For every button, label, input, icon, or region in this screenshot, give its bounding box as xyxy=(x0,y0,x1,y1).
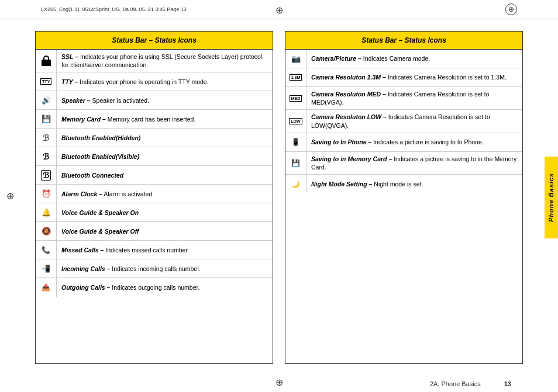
text-cell-night: Night Mode Setting – Night mode is set. xyxy=(306,175,522,193)
icon-cell-missed: 📞 xyxy=(36,241,57,259)
text-cell-savein: Saving to In Phone – Indicates a picture… xyxy=(306,133,522,151)
table-row: 📲 Incoming Calls – Indicates incoming ca… xyxy=(36,259,273,278)
icon-cell-alarm: ⏰ xyxy=(36,185,57,203)
memcard-icon: 💾 xyxy=(42,115,51,123)
right-table-title: Status Bar – Status Icons xyxy=(285,32,522,50)
table-row: 📷 Camera/Picture – Indicates Camera mode… xyxy=(285,50,522,68)
header-text: LX265_Eng(1.1)_0514:Sprint_UG_8a 09. 05.… xyxy=(41,6,187,12)
bluetooth-visible-icon: ℬ xyxy=(43,152,49,161)
speaker-icon: 🔊 xyxy=(42,96,51,105)
table-row: LOW Camera Resoluton LOW – Indicates Cam… xyxy=(285,110,522,133)
text-cell-bt-hidden: Bluetooth Enabled(Hidden) xyxy=(57,129,273,147)
table-row: 🔊 Speaker – Speaker is activated. xyxy=(36,91,273,110)
icon-cell-cam13: 1.3M xyxy=(285,68,306,86)
icon-cell-camera: 📷 xyxy=(285,50,306,68)
icon-cell-speaker: 🔊 xyxy=(36,91,57,109)
icon-cell-vg-on: 🔔 xyxy=(36,203,57,221)
table-row: 📞 Missed Calls – Indicates missed calls … xyxy=(36,241,273,259)
lock-icon xyxy=(42,55,51,66)
camera-1-3m-icon: 1.3M xyxy=(290,74,302,81)
text-cell-incoming: Incoming Calls – Indicates incoming call… xyxy=(57,259,273,277)
bluetooth-hidden-icon: ℬ xyxy=(43,133,49,143)
text-cell-cam13: Camera Resoluton 1.3M – Indicates Camera… xyxy=(306,68,522,86)
left-table: Status Bar – Status Icons SSL – Indicate… xyxy=(35,31,273,364)
camera-icon: 📷 xyxy=(291,54,301,63)
icon-cell-outgoing: 📤 xyxy=(36,278,57,297)
table-row: ℬ Bluetooth Enabled(Hidden) xyxy=(36,129,273,147)
table-row: 💾 Memory Card – Memory card has been ins… xyxy=(36,110,273,129)
text-cell-ssl: SSL – Indicates your phone is using SSL … xyxy=(57,50,273,72)
icon-cell-bt-hidden: ℬ xyxy=(36,129,57,147)
icon-cell-bt-visible: ℬ xyxy=(36,147,57,165)
text-cell-savemem: Saving to in Memory Card – Indicates a p… xyxy=(306,152,522,174)
table-row: 🔕 Voice Guide & Speaker Off xyxy=(36,222,273,241)
lock-body xyxy=(42,60,51,66)
table-row: SSL – Indicates your phone is using SSL … xyxy=(36,50,273,72)
icon-cell-incoming: 📲 xyxy=(36,259,57,277)
text-cell-outgoing: Outgoing Calls – Indicates outgoing call… xyxy=(57,278,273,297)
side-tab-label: Phone Basics xyxy=(547,173,554,222)
main-content: Status Bar – Status Icons SSL – Indicate… xyxy=(0,19,558,376)
icon-cell-night: 🌙 xyxy=(285,175,306,193)
alarm-icon: ⏰ xyxy=(42,189,51,198)
text-cell-alarm: Alarm Clock – Alarm is activated. xyxy=(57,185,273,203)
text-cell-vg-on: Voice Guide & Speaker On xyxy=(57,203,273,221)
table-row: MED Camera Resoluton MED – Indicates Cam… xyxy=(285,87,522,110)
text-cell-missed: Missed Calls – Indicates missed calls nu… xyxy=(57,241,273,259)
table-row: 📱 Saving to In Phone – Indicates a pictu… xyxy=(285,133,522,152)
tty-icon: TTY xyxy=(40,78,51,85)
bluetooth-connected-icon: ℬ xyxy=(41,170,51,181)
table-row: 📤 Outgoing Calls – Indicates outgoing ca… xyxy=(36,278,273,297)
icon-cell-memcard: 💾 xyxy=(36,110,57,128)
night-mode-icon: 🌙 xyxy=(291,180,300,188)
crosshair-bottom-center: ⊕ xyxy=(274,377,284,387)
text-cell-camera: Camera/Picture – Indicates Camera mode. xyxy=(306,50,522,68)
voice-guide-on-icon: 🔔 xyxy=(42,208,51,217)
voice-guide-off-icon: 🔕 xyxy=(42,227,51,235)
table-row: 1.3M Camera Resoluton 1.3M – Indicates C… xyxy=(285,68,522,87)
text-cell-camMED: Camera Resoluton MED – Indicates Camera … xyxy=(306,87,522,109)
save-to-phone-icon: 📱 xyxy=(291,138,300,146)
text-cell-camLOW: Camera Resoluton LOW – Indicates Camera … xyxy=(306,110,522,132)
camera-low-icon: LOW xyxy=(289,118,302,124)
icon-cell-bt-connected: ℬ xyxy=(36,166,57,184)
icon-cell-lock xyxy=(36,50,57,72)
table-row: TTY TTY – Indicates your phone is operat… xyxy=(36,72,273,91)
lock-shackle xyxy=(43,55,49,60)
text-cell-memcard: Memory Card – Memory card has been inser… xyxy=(57,110,273,128)
icon-cell-camLOW: LOW xyxy=(285,110,306,132)
table-row: ⏰ Alarm Clock – Alarm is activated. xyxy=(36,185,273,203)
icon-cell-camMED: MED xyxy=(285,87,306,109)
crosshair-top-center: ⊕ xyxy=(274,5,284,15)
icon-cell-savein: 📱 xyxy=(285,133,306,151)
table-row: ℬ Bluetooth Enabled(Visible) xyxy=(36,147,273,166)
camera-med-icon: MED xyxy=(290,95,302,102)
incoming-calls-icon: 📲 xyxy=(42,265,50,273)
footer-page: 13 xyxy=(504,380,511,387)
header-crosshair: ⊕ xyxy=(505,4,517,15)
table-row: 🔔 Voice Guide & Speaker On xyxy=(36,203,273,222)
save-to-memory-icon: 💾 xyxy=(291,159,300,167)
missed-calls-icon: 📞 xyxy=(42,246,50,254)
left-table-title: Status Bar – Status Icons xyxy=(36,32,273,50)
icon-cell-savemem: 💾 xyxy=(285,152,306,174)
text-cell-tty: TTY – Indicates your phone is operating … xyxy=(57,72,273,91)
page-container: ⊕ ⊕ ⊕ ⊕ LX265_Eng(1.1)_0514:Sprint_UG_8a… xyxy=(0,0,558,392)
icon-cell-vg-off: 🔕 xyxy=(36,222,57,240)
table-row: 🌙 Night Mode Setting – Night mode is set… xyxy=(285,175,522,193)
footer-section: 2A. Phone Basics xyxy=(430,380,481,387)
text-cell-vg-off: Voice Guide & Speaker Off xyxy=(57,222,273,240)
side-tab: Phone Basics xyxy=(545,157,558,238)
table-row: 💾 Saving to in Memory Card – Indicates a… xyxy=(285,152,522,175)
text-cell-bt-connected: Bluetooth Connected xyxy=(57,166,273,184)
right-table: Status Bar – Status Icons 📷 Camera/Pictu… xyxy=(285,31,523,364)
outgoing-calls-icon: 📤 xyxy=(42,283,50,292)
table-row: ℬ Bluetooth Connected xyxy=(36,166,273,185)
text-cell-speaker: Speaker – Speaker is activated. xyxy=(57,91,273,109)
icon-cell-tty: TTY xyxy=(36,72,57,91)
text-cell-bt-visible: Bluetooth Enabled(Visible) xyxy=(57,147,273,165)
